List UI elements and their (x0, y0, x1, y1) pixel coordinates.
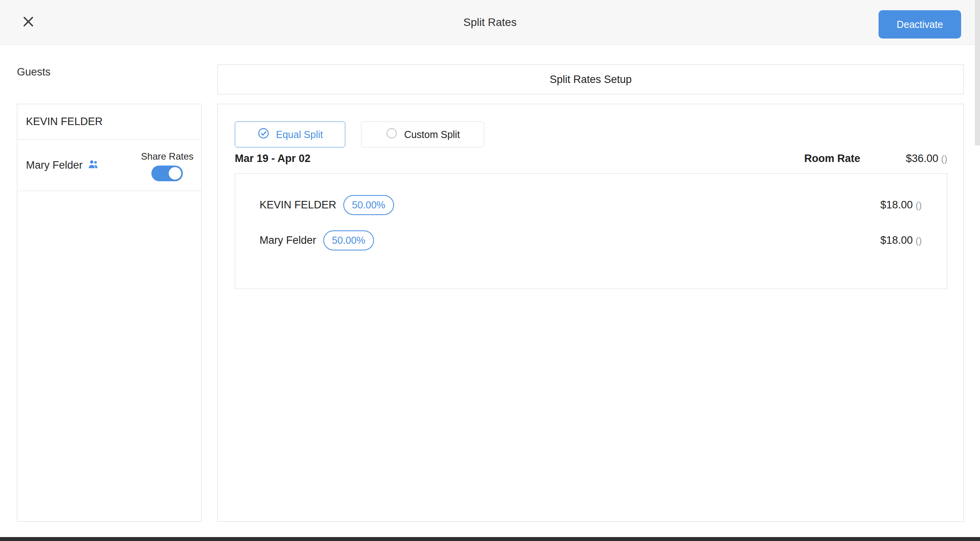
share-rates-label: Share Rates (141, 151, 193, 162)
scrollbar[interactable] (975, 0, 980, 145)
page-title: Split Rates (0, 0, 980, 45)
guest-name: Mary Felder (26, 159, 83, 171)
primary-guest-item[interactable]: KEVIN FELDER (17, 104, 201, 140)
deactivate-button[interactable]: Deactivate (879, 10, 961, 39)
equal-split-label: Equal Split (276, 129, 323, 140)
split-breakdown-box: KEVIN FELDER 50.00% $18.00() Mary Felder… (235, 173, 947, 289)
split-percent-pill[interactable]: 50.00% (323, 230, 374, 250)
shared-guests-icon (87, 159, 99, 172)
toggle-knob (169, 167, 181, 180)
close-button[interactable] (19, 13, 38, 32)
custom-split-button[interactable]: Custom Split (361, 121, 484, 147)
split-amount-note: () (916, 235, 922, 246)
rate-period-row: Mar 19 - Apr 02 Room Rate $36.00() (235, 148, 947, 169)
split-percent-pill[interactable]: 50.00% (343, 195, 394, 215)
close-icon (21, 15, 35, 30)
modal-header: Split Rates Deactivate (0, 0, 980, 45)
room-rate-note: () (941, 153, 947, 164)
split-mode-selector: Equal Split Custom Split (235, 121, 484, 147)
custom-split-label: Custom Split (404, 129, 460, 140)
split-rates-setup-panel: Equal Split Custom Split Mar 19 - Apr 02… (217, 104, 964, 522)
split-rates-setup-header: Split Rates Setup (217, 64, 964, 94)
split-guest-name: Mary Felder (260, 234, 316, 247)
room-rate-label: Room Rate (804, 153, 860, 165)
date-range: Mar 19 - Apr 02 (235, 153, 311, 165)
split-amount-note: () (916, 200, 922, 210)
split-amount: $18.00() (880, 234, 922, 247)
equal-split-button[interactable]: Equal Split (235, 121, 345, 147)
guests-panel: KEVIN FELDER Mary Felder Share Rates (17, 104, 202, 522)
split-amount: $18.00() (880, 199, 922, 211)
primary-guest-name: KEVIN FELDER (26, 116, 103, 128)
share-rates-toggle[interactable] (151, 166, 183, 181)
split-guest-name: KEVIN FELDER (260, 199, 336, 211)
check-circle-icon (257, 127, 270, 142)
guest-list-item[interactable]: Mary Felder Share Rates (17, 140, 201, 191)
radio-circle-icon (385, 127, 398, 142)
setup-title: Split Rates Setup (550, 74, 632, 86)
split-row: KEVIN FELDER 50.00% $18.00() (260, 187, 922, 223)
bottom-edge (0, 537, 980, 541)
split-row: Mary Felder 50.00% $18.00() (260, 223, 922, 258)
room-rate-value: $36.00() (906, 153, 947, 165)
guests-section-label: Guests (17, 66, 51, 78)
